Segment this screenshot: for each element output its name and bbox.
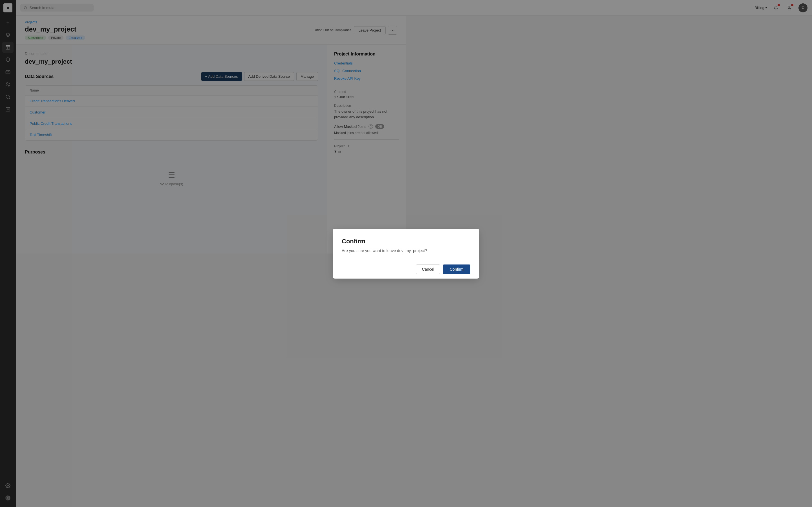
- confirm-modal: Confirm Are you sure you want to leave d…: [333, 229, 406, 254]
- modal-message: Are you sure you want to leave dev_my_pr…: [342, 248, 406, 253]
- modal-title: Confirm: [342, 238, 406, 245]
- modal-overlay: Confirm Are you sure you want to leave d…: [0, 0, 406, 253]
- modal-body: Confirm Are you sure you want to leave d…: [333, 229, 406, 254]
